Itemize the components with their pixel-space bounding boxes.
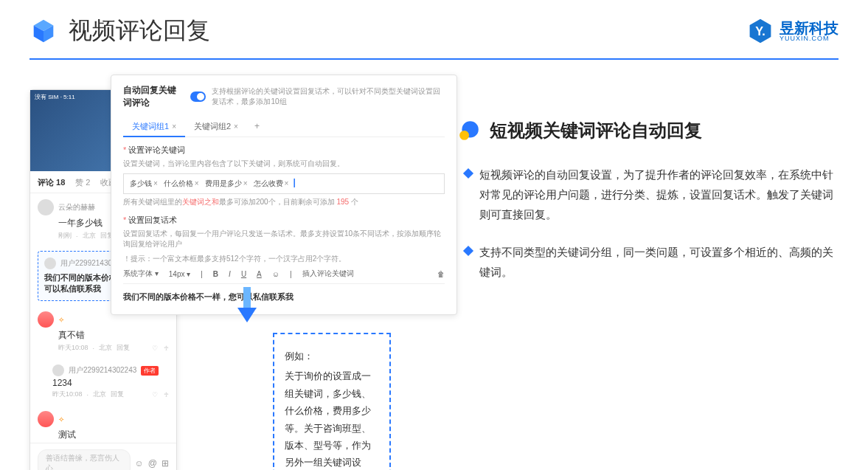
keyword-tag[interactable]: 什么价格× xyxy=(162,177,201,190)
logo-text-cn: 昱新科技 xyxy=(780,21,839,35)
comment-text: 1234 xyxy=(52,378,169,388)
config-panel: 自动回复关键词评论 支持根据评论的关键词设置回复话术，可以针对不同类型关键词设置… xyxy=(111,75,457,315)
example-body: 关于询价的设置成一组关键词，多少钱、什么价格，费用多少等。关于咨询班型、版本、型… xyxy=(285,367,379,470)
comment-item: ✧ 测试 xyxy=(30,405,176,443)
commenter-name: 云朵的赫赫 xyxy=(58,202,95,212)
comment-item: 用户2299214302243 作者 1234 昨天10:08· 北京 回复 ♡… xyxy=(30,359,176,405)
insert-keyword-button[interactable]: 插入评论关键词 xyxy=(302,269,354,279)
emoji-button[interactable]: ☺ xyxy=(272,270,280,278)
svg-point-8 xyxy=(459,131,469,140)
keyword-tag[interactable]: 费用是多少× xyxy=(204,177,249,190)
logo-text-en: YUUXIN.COM xyxy=(780,35,839,42)
bold-button[interactable]: B xyxy=(213,270,218,278)
bullet-item: 支持不同类型的关键词分组，同一类问题，可设置多个相近的、高频的关键词。 xyxy=(457,242,839,282)
svg-rect-5 xyxy=(243,287,251,309)
like-icon[interactable]: ♡ xyxy=(152,345,158,352)
keyword-tag[interactable]: 多少钱× xyxy=(128,177,159,190)
editor-content[interactable]: 我们不同的版本价格不一样，您可以私信联系我 xyxy=(123,288,445,305)
arrow-down-icon xyxy=(236,287,258,324)
author-badge: 作者 xyxy=(141,366,159,376)
underline-button[interactable]: U xyxy=(241,270,246,278)
svg-text:Y.: Y. xyxy=(755,24,765,38)
section-title: 短视频关键词评论自动回复 xyxy=(490,119,702,142)
example-box: 例如： 关于询价的设置成一组关键词，多少钱、什么价格，费用多少等。关于咨询班型、… xyxy=(273,333,391,470)
description-panel: 短视频关键词评论自动回复 短视频评论的自动回复设置，为了提升作者的评论回复效率，… xyxy=(457,75,839,466)
avatar[interactable] xyxy=(38,411,54,427)
title-wrap: 视频评论回复 xyxy=(29,15,210,47)
tab-comments[interactable]: 评论 18 xyxy=(38,177,65,188)
avatar xyxy=(52,364,64,376)
company-logo: Y. 昱新科技 YUUXIN.COM xyxy=(747,18,839,44)
input-caret: | xyxy=(293,177,295,190)
page-header: 视频评论回复 Y. 昱新科技 YUUXIN.COM xyxy=(0,0,868,55)
tab-likes[interactable]: 赞 2 xyxy=(75,177,90,188)
reply-link[interactable]: 回复 xyxy=(117,343,130,353)
like-icon[interactable]: ♡ xyxy=(152,391,158,398)
font-select[interactable]: 系统字体 ▾ xyxy=(123,269,159,279)
keywords-field-hint: 设置关键词，当评论里内容包含了以下关键词，则系统可自动回复。 xyxy=(123,159,445,169)
tab-close-icon[interactable]: × xyxy=(172,122,176,131)
comment-text: 真不错 xyxy=(38,329,169,342)
logo-hexagon-icon: Y. xyxy=(747,18,774,44)
italic-button[interactable]: I xyxy=(229,270,231,278)
tab-keyword-group-2[interactable]: 关键词组2× xyxy=(185,117,247,136)
avatar xyxy=(44,258,56,269)
keywords-count-note: 所有关键词组里的关键词之和最多可添加200个，目前剩余可添加 195 个 xyxy=(123,197,445,207)
color-button[interactable]: A xyxy=(257,270,262,278)
bullet-item: 短视频评论的自动回复设置，为了提升作者的评论回复效率，在系统中针对常见的评论用户… xyxy=(457,165,839,224)
size-select[interactable]: 14px ▾ xyxy=(169,270,190,278)
page-title: 视频评论回复 xyxy=(69,15,210,47)
keywords-field-label: 设置评论关键词 xyxy=(123,145,445,156)
example-title: 例如： xyxy=(285,348,379,364)
divider-line xyxy=(29,58,839,60)
auto-reply-desc: 支持根据评论的关键词设置回复话术，可以针对不同类型关键词设置回复话术，最多添加1… xyxy=(212,86,445,107)
avatar[interactable] xyxy=(38,311,54,328)
tab-close-icon[interactable]: × xyxy=(234,122,238,131)
keyword-tag[interactable]: 怎么收费× xyxy=(252,177,291,190)
commenter-name: ✧ xyxy=(58,316,64,324)
reply-field-label: 设置回复话术 xyxy=(123,215,445,226)
screenshot-composite: 自动回复关键词评论 支持根据评论的关键词设置回复话术，可以针对不同类型关键词设置… xyxy=(29,75,442,466)
delete-editor-button[interactable]: 🗑 xyxy=(437,270,445,278)
chat-bubble-icon xyxy=(457,119,481,142)
keywords-input-box[interactable]: 多少钱× 什么价格× 费用是多少× 怎么收费× | xyxy=(123,173,445,194)
cube-icon xyxy=(29,17,58,45)
commenter-name: ✧ xyxy=(58,415,64,424)
dislike-icon[interactable]: ♱ xyxy=(164,391,169,398)
tab-keyword-group-1[interactable]: 关键词组1× xyxy=(123,117,185,136)
reply-field-hint: 设置回复话术，每回复一个用户评论只发送一条话术。最多支持设置10条不同话术，按添… xyxy=(123,229,445,249)
keyword-group-tabs: 关键词组1× 关键词组2× + xyxy=(123,117,445,137)
tab-add-button[interactable]: + xyxy=(247,117,267,136)
svg-marker-6 xyxy=(237,308,257,322)
diamond-icon xyxy=(463,168,473,179)
comment-input-row: 善语结善缘，恶言伤人心 ☺ @ ⊞ xyxy=(30,443,176,470)
reply-field-tip: ！提示：一个富文本框最多支持512个字符，一个汉字占用2个字符。 xyxy=(123,254,445,264)
comment-text: 测试 xyxy=(38,429,169,441)
reply-user: 用户2299214302243 xyxy=(69,365,136,376)
emoji-icon[interactable]: ☺ xyxy=(135,458,144,469)
avatar[interactable] xyxy=(38,199,54,215)
at-icon[interactable]: @ xyxy=(148,458,157,469)
auto-reply-toggle[interactable] xyxy=(190,91,206,102)
phone-status-bar: 没有 SIM · 5:11 xyxy=(35,93,75,101)
diamond-icon xyxy=(463,246,473,256)
dislike-icon[interactable]: ♱ xyxy=(164,345,169,352)
editor-toolbar: 系统字体 ▾ 14px ▾ | B I U A ☺ | 插入评论关键词 🗑 xyxy=(123,269,445,284)
auto-reply-toggle-label: 自动回复关键词评论 xyxy=(123,84,184,109)
image-icon[interactable]: ⊞ xyxy=(162,458,169,469)
bullet-text: 短视频评论的自动回复设置，为了提升作者的评论回复效率，在系统中针对常见的评论用户… xyxy=(479,165,839,224)
bullet-text: 支持不同类型的关键词分组，同一类问题，可设置多个相近的、高频的关键词。 xyxy=(479,242,839,282)
comment-input[interactable]: 善语结善缘，恶言伤人心 xyxy=(38,449,131,470)
reply-link[interactable]: 回复 xyxy=(111,390,124,399)
